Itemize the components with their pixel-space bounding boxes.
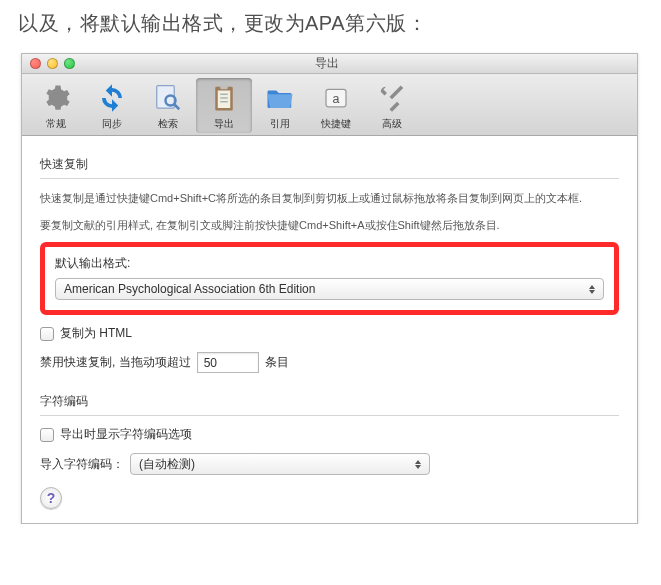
show-charopts-checkbox[interactable] (40, 428, 54, 442)
tab-general[interactable]: 常规 (28, 78, 84, 133)
help-button[interactable]: ? (40, 487, 62, 509)
tab-search[interactable]: 检索 (140, 78, 196, 133)
tab-cite-label: 引用 (270, 117, 290, 131)
output-format-value: American Psychological Association 6th E… (64, 282, 315, 296)
quickcopy-header: 快速复制 (40, 150, 619, 179)
charenc-header: 字符编码 (40, 387, 619, 416)
clipboard-icon (208, 82, 240, 114)
import-enc-row: 导入字符编码： (自动检测) (40, 453, 619, 475)
output-format-label: 默认输出格式: (55, 255, 604, 272)
page-lead-text: 以及，将默认输出格式，更改为APA第六版： (0, 0, 661, 53)
search-icon (152, 82, 184, 114)
tab-shortcut-label: 快捷键 (321, 117, 351, 131)
quickcopy-desc2: 要复制文献的引用样式, 在复制引文或脚注前按快捷键Cmd+Shift+A或按住S… (40, 216, 619, 235)
output-format-highlight: 默认输出格式: American Psychological Associati… (40, 242, 619, 315)
toolbar: 常规 同步 检索 导出 引用 a (22, 74, 637, 136)
tab-sync[interactable]: 同步 (84, 78, 140, 133)
show-charopts-label: 导出时显示字符编码选项 (60, 426, 192, 443)
window-title: 导出 (25, 55, 629, 72)
import-enc-select[interactable]: (自动检测) (130, 453, 430, 475)
tab-shortcut[interactable]: a 快捷键 (308, 78, 364, 133)
content-area: 快速复制 快速复制是通过快捷键Cmd+Shift+C将所选的条目复制到剪切板上或… (22, 136, 637, 523)
disable-drag-row: 禁用快速复制, 当拖动项超过 50 条目 (40, 352, 619, 373)
svg-rect-5 (220, 84, 228, 89)
tools-icon (376, 82, 408, 114)
copy-html-label: 复制为 HTML (60, 325, 132, 342)
import-enc-label: 导入字符编码： (40, 456, 124, 473)
titlebar: 导出 (22, 54, 637, 74)
gear-icon (40, 82, 72, 114)
tab-cite[interactable]: 引用 (252, 78, 308, 133)
quickcopy-desc1: 快速复制是通过快捷键Cmd+Shift+C将所选的条目复制到剪切板上或通过鼠标拖… (40, 189, 619, 208)
copy-html-checkbox[interactable] (40, 327, 54, 341)
svg-rect-4 (218, 91, 231, 109)
tab-advanced[interactable]: 高级 (364, 78, 420, 133)
copy-html-row: 复制为 HTML (40, 325, 619, 342)
tab-advanced-label: 高级 (382, 117, 402, 131)
tab-export-label: 导出 (214, 117, 234, 131)
sync-icon (96, 82, 128, 114)
tab-sync-label: 同步 (102, 117, 122, 131)
disable-drag-suffix: 条目 (265, 354, 289, 371)
chevron-updown-icon (585, 279, 599, 299)
svg-line-2 (174, 104, 179, 109)
key-icon: a (320, 82, 352, 114)
import-enc-value: (自动检测) (139, 456, 195, 473)
tab-general-label: 常规 (46, 117, 66, 131)
output-format-select[interactable]: American Psychological Association 6th E… (55, 278, 604, 300)
disable-drag-label: 禁用快速复制, 当拖动项超过 (40, 354, 191, 371)
prefs-window: 导出 常规 同步 检索 导出 (21, 53, 638, 524)
chevron-updown-icon (411, 454, 425, 474)
show-charopts-row: 导出时显示字符编码选项 (40, 426, 619, 443)
disable-drag-input[interactable]: 50 (197, 352, 259, 373)
folder-icon (264, 82, 296, 114)
tab-export[interactable]: 导出 (196, 78, 252, 133)
tab-search-label: 检索 (158, 117, 178, 131)
svg-text:a: a (333, 92, 340, 106)
